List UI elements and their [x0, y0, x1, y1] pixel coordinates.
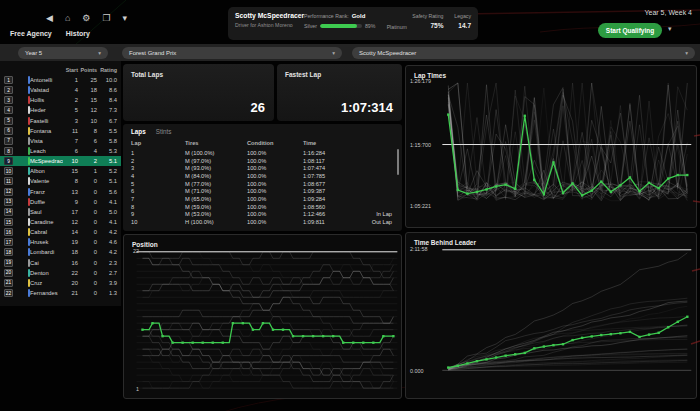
points-value: 6	[78, 138, 97, 144]
start-value: 11	[63, 128, 78, 134]
season-select-value: Year 5	[25, 50, 42, 56]
start-value: 2	[63, 97, 78, 103]
standings-row[interactable]: 10Albon1515.2	[0, 166, 121, 176]
standings-row[interactable]: 14Saul1705.0	[0, 207, 121, 217]
points-value: 1	[78, 168, 97, 174]
standings-row[interactable]: 7Vista765.8	[0, 136, 121, 146]
start-value: 6	[63, 148, 78, 154]
driver-name: Fontana	[23, 127, 63, 135]
points-value: 0	[78, 239, 97, 245]
rating-value: 4.6	[97, 239, 117, 245]
start-value: 8	[63, 178, 78, 184]
standings-row[interactable]: 20Denton2202.7	[0, 268, 121, 278]
standings-row[interactable]: 9McSpeedracer1025.1	[0, 156, 121, 166]
driver-name: Hollis	[23, 96, 63, 104]
driver-select[interactable]: Scotty McSpeedracer ▾	[352, 47, 695, 59]
chevron-down-icon[interactable]: ▾	[123, 13, 128, 23]
safety-rating-value: 75%	[409, 22, 443, 29]
standings-row[interactable]: 18Lombardi1804.2	[0, 247, 121, 257]
year-week-indicator: Year 5, Week 4	[645, 9, 692, 16]
start-value: 5	[63, 107, 78, 113]
standings-row[interactable]: 6Fontana1185.5	[0, 126, 121, 136]
position-badge: 9	[4, 157, 13, 165]
points-value: 0	[78, 219, 97, 225]
standings-row[interactable]: 3Hollis2158.4	[0, 95, 121, 105]
position-badge: 18	[4, 248, 13, 256]
chevron-down-icon: ▾	[326, 50, 335, 56]
points-value: 15	[78, 97, 97, 103]
event-select-value: Forest Grand Prix	[129, 50, 176, 56]
standings-row[interactable]: 1Antonelli12510.0	[0, 75, 121, 85]
standings-row[interactable]: 8Leach645.3	[0, 146, 121, 156]
settings-gear-icon[interactable]: ⚙	[82, 13, 90, 23]
position-chart: Position 22 1	[123, 234, 402, 399]
start-value: 19	[63, 239, 78, 245]
nav-icon-row: ◀ ⌂ ⚙ ❐ ▾	[46, 13, 127, 23]
rating-value: 4.1	[97, 219, 117, 225]
driver-name: Fastelli	[23, 117, 63, 125]
driver-name: Cabral	[23, 228, 63, 236]
driver-name: Franz	[23, 188, 63, 196]
start-value: 4	[63, 87, 78, 93]
points-value: 0	[78, 280, 97, 286]
driver-name: Antonelli	[23, 76, 63, 84]
rating-value: 4.1	[97, 199, 117, 205]
standings-col-start: Start	[63, 67, 78, 73]
standings-row[interactable]: 2Valstad4188.6	[0, 85, 121, 95]
fastest-lap-value: 1:07:314	[341, 100, 393, 115]
position-badge: 17	[4, 238, 13, 246]
tab-laps[interactable]: Laps	[131, 128, 146, 135]
tab-free-agency[interactable]: Free Agency	[10, 30, 52, 37]
driver-name: Vista	[23, 137, 63, 145]
lap-row: 7M (65.0%)100.0%1:09:284	[123, 195, 402, 203]
standings-row[interactable]: 17Hrusek1904.6	[0, 237, 121, 247]
start-options-chevron-icon[interactable]: ▾	[668, 25, 672, 33]
rating-value: 5.5	[97, 128, 117, 134]
driver-summary-card: Scotty McSpeedracer Driver for Ashton Mo…	[228, 7, 478, 40]
driver-name: Albon	[23, 167, 63, 175]
event-select[interactable]: Forest Grand Prix ▾	[122, 47, 342, 59]
driver-name: Valstad	[23, 86, 63, 94]
rating-value: 2.7	[97, 270, 117, 276]
lap-row: 1M (100.0%)100.0%1:16:284	[123, 149, 402, 157]
legacy-value: 14.7	[449, 22, 471, 29]
position-badge: 15	[4, 218, 13, 226]
rating-value: 5.0	[97, 209, 117, 215]
start-value: 21	[63, 290, 78, 296]
points-value: 10	[78, 118, 97, 124]
standings-row[interactable]: 12Franz1305.6	[0, 187, 121, 197]
tab-history[interactable]: History	[66, 30, 90, 37]
points-value: 0	[78, 260, 97, 266]
standings-row[interactable]: 11Valente805.1	[0, 176, 121, 186]
points-value: 4	[78, 148, 97, 154]
points-value: 0	[78, 249, 97, 255]
standings-row[interactable]: 4Heder5127.3	[0, 105, 121, 115]
rating-value: 4.2	[97, 229, 117, 235]
driver-name: Leach	[23, 147, 63, 155]
position-ymin-label: 1	[128, 386, 139, 392]
points-value: 0	[78, 189, 97, 195]
rating-value: 6.7	[97, 118, 117, 124]
standings-row[interactable]: 21Cruz2003.9	[0, 278, 121, 288]
home-icon[interactable]: ⌂	[65, 13, 70, 23]
standings-row[interactable]: 13Duffie904.1	[0, 197, 121, 207]
position-badge: 6	[4, 127, 13, 135]
safety-rating-label: Safety Rating	[409, 13, 443, 19]
tab-stints[interactable]: Stints	[156, 128, 172, 135]
laps-scrollbar[interactable]	[397, 149, 399, 175]
total-laps-label: Total Laps	[131, 71, 163, 78]
standings-row[interactable]: 15Caradine1204.1	[0, 217, 121, 227]
standings-row[interactable]: 16Cabral1404.2	[0, 227, 121, 237]
start-value: 10	[63, 158, 78, 164]
standings-row[interactable]: 5Fastelli3106.7	[0, 116, 121, 126]
driver-name: Valente	[23, 177, 63, 185]
standings-row[interactable]: 19Cai1602.3	[0, 258, 121, 268]
start-value: 12	[63, 219, 78, 225]
season-select[interactable]: Year 5 ▾	[18, 47, 108, 59]
start-qualifying-button[interactable]: Start Qualifying	[598, 23, 662, 38]
window-icon[interactable]: ❐	[102, 13, 110, 23]
driver-name: Caradine	[23, 218, 63, 226]
back-icon[interactable]: ◀	[46, 13, 53, 23]
rating-value: 5.8	[97, 138, 117, 144]
standings-row[interactable]: 22Fernandes2101.3	[0, 288, 121, 298]
